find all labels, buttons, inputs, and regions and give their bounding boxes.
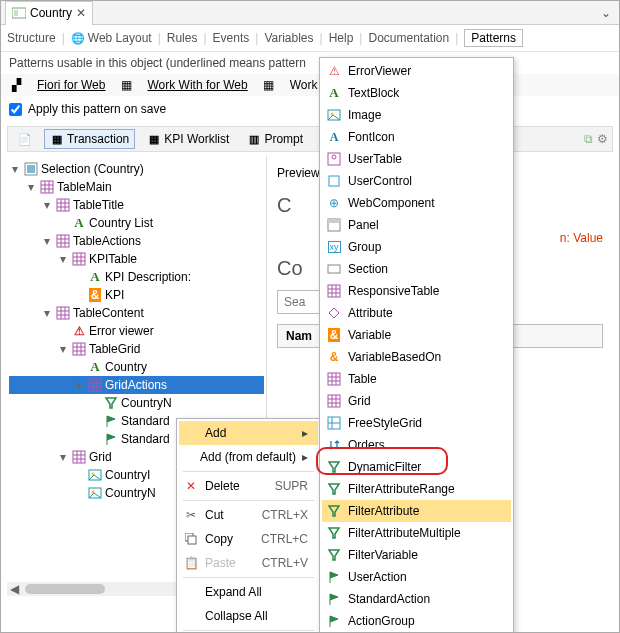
tree-twisty[interactable]: ▾ xyxy=(57,252,69,266)
tree-row-0[interactable]: ▾Selection (Country) xyxy=(9,160,264,178)
tree-twisty[interactable]: ▾ xyxy=(57,342,69,356)
tree-twisty[interactable]: ▾ xyxy=(57,450,69,464)
apply-pattern-row: Apply this pattern on save xyxy=(1,96,619,122)
ctx-add[interactable]: Add▸ xyxy=(179,421,318,445)
font-icon: A xyxy=(326,130,342,145)
subtab-events[interactable]: Events xyxy=(213,31,250,45)
submenu-filterattributemultiple[interactable]: FilterAttributeMultiple xyxy=(322,522,511,544)
subtab-rules[interactable]: Rules xyxy=(167,31,198,45)
submenu-errorviewer[interactable]: ⚠ErrorViewer xyxy=(322,60,511,82)
submenu-filtervariable[interactable]: FilterVariable xyxy=(322,544,511,566)
tree-label: CountryN xyxy=(105,486,156,500)
ctx-delete[interactable]: ✕DeleteSUPR xyxy=(179,474,318,498)
submenu-panel[interactable]: Panel xyxy=(322,214,511,236)
subtab-weblayout[interactable]: 🌐Web Layout xyxy=(71,31,152,45)
tb-transaction[interactable]: ▦Transaction xyxy=(44,129,135,149)
submenu-filterattributerange[interactable]: FilterAttributeRange xyxy=(322,478,511,500)
submenu-group[interactable]: xyGroup xyxy=(322,236,511,258)
submenu-label: Grid xyxy=(348,394,371,408)
tree-row-6[interactable]: AKPI Description: xyxy=(9,268,264,286)
subtab-patterns[interactable]: Patterns xyxy=(464,29,523,47)
link-fiori-for-web[interactable]: Fiori for Web xyxy=(37,78,105,92)
scroll-thumb[interactable] xyxy=(25,584,105,594)
tb-prompt[interactable]: ▥Prompt xyxy=(241,129,309,149)
tree-twisty[interactable]: ▾ xyxy=(41,306,53,320)
tree-row-1[interactable]: ▾TableMain xyxy=(9,178,264,196)
ctx-cut[interactable]: ✂CutCTRL+X xyxy=(179,503,318,527)
scroll-left-icon[interactable]: ◀ xyxy=(7,582,21,596)
submenu-grid[interactable]: Grid xyxy=(322,390,511,412)
submenu-variablebasedon[interactable]: &VariableBasedOn xyxy=(322,346,511,368)
submenu-filterattribute[interactable]: FilterAttribute xyxy=(322,500,511,522)
tree-row-10[interactable]: ▾TableGrid xyxy=(9,340,264,358)
link-work-with-for-web[interactable]: Work With for Web xyxy=(147,78,247,92)
submenu-usercontrol[interactable]: UserControl xyxy=(322,170,511,192)
submenu-orders[interactable]: Orders xyxy=(322,434,511,456)
submenu-textblock[interactable]: ATextBlock xyxy=(322,82,511,104)
add-icon[interactable]: ⧉ xyxy=(584,132,593,146)
tb-kpi-worklist[interactable]: ▦KPI Worklist xyxy=(141,129,235,149)
tree-row-8[interactable]: ▾TableContent xyxy=(9,304,264,322)
tree-row-5[interactable]: ▾KPITable xyxy=(9,250,264,268)
tree-label: TableMain xyxy=(57,180,112,194)
submenu-attribute[interactable]: Attribute xyxy=(322,302,511,324)
tree-twisty[interactable]: ▾ xyxy=(73,378,85,392)
tree-row-3[interactable]: ACountry List xyxy=(9,214,264,232)
subtab-variables[interactable]: Variables xyxy=(264,31,313,45)
ctx-expand-all[interactable]: Expand All xyxy=(179,580,318,604)
submenu-table[interactable]: Table xyxy=(322,368,511,390)
tree-row-11[interactable]: ACountry xyxy=(9,358,264,376)
chevron-right-icon: ▸ xyxy=(302,450,308,464)
submenu-section[interactable]: Section xyxy=(322,258,511,280)
tree-twisty[interactable]: ▾ xyxy=(25,180,37,194)
submenu-image[interactable]: Image xyxy=(322,104,511,126)
kpi-icon: ▦ xyxy=(147,132,161,146)
ctx-add-from-default-[interactable]: Add (from default)▸ xyxy=(179,445,318,469)
ctx-label: Cut xyxy=(205,508,224,522)
add-submenu[interactable]: ⚠ErrorViewerATextBlockImageAFontIconUser… xyxy=(319,57,514,633)
context-menu[interactable]: Add▸Add (from default)▸✕DeleteSUPR✂CutCT… xyxy=(176,418,321,633)
subtab-help[interactable]: Help xyxy=(329,31,354,45)
apply-pattern-checkbox[interactable] xyxy=(9,103,22,116)
tb-unknown-1[interactable]: 📄 xyxy=(12,129,38,149)
submenu-responsivetable[interactable]: ResponsiveTable xyxy=(322,280,511,302)
submenu-label: FreeStyleGrid xyxy=(348,416,422,430)
x-icon: ✕ xyxy=(183,479,199,493)
submenu-dynamicfilter[interactable]: DynamicFilter xyxy=(322,456,511,478)
web-icon: ⊕ xyxy=(326,196,342,210)
tree-row-9[interactable]: ⚠Error viewer xyxy=(9,322,264,340)
document-tab-country[interactable]: Country ✕ xyxy=(5,1,93,25)
close-tab-icon[interactable]: ✕ xyxy=(76,6,86,20)
tree-row-13[interactable]: CountryN xyxy=(9,394,264,412)
tree-row-4[interactable]: ▾TableActions xyxy=(9,232,264,250)
submenu-label: UserAction xyxy=(348,570,407,584)
tree-twisty[interactable]: ▾ xyxy=(41,198,53,212)
ctx-shortcut: CTRL+V xyxy=(262,556,308,570)
submenu-variable[interactable]: &Variable xyxy=(322,324,511,346)
submenu-label: UserControl xyxy=(348,174,412,188)
submenu-freestylegrid[interactable]: FreeStyleGrid xyxy=(322,412,511,434)
submenu-actiongroup[interactable]: ActionGroup xyxy=(322,610,511,632)
ctx-copy[interactable]: CopyCTRL+C xyxy=(179,527,318,551)
submenu-label: FilterAttributeMultiple xyxy=(348,526,461,540)
tree-twisty[interactable]: ▾ xyxy=(41,234,53,248)
ctx-collapse-all[interactable]: Collapse All xyxy=(179,604,318,628)
tree-row-2[interactable]: ▾TableTitle xyxy=(9,196,264,214)
submenu-useraction[interactable]: UserAction xyxy=(322,566,511,588)
subtab-structure[interactable]: Structure xyxy=(7,31,56,45)
gear-icon[interactable]: ⚙ xyxy=(597,132,608,146)
tree-row-7[interactable]: &KPI xyxy=(9,286,264,304)
chevron-down-icon[interactable]: ⌄ xyxy=(597,6,615,20)
doc-icon: 📄 xyxy=(18,132,32,146)
submenu-fonticon[interactable]: AFontIcon xyxy=(322,126,511,148)
submenu-usertable[interactable]: UserTable xyxy=(322,148,511,170)
submenu-webcomponent[interactable]: ⊕WebComponent xyxy=(322,192,511,214)
svg-rect-54 xyxy=(329,176,339,186)
tree-twisty[interactable]: ▾ xyxy=(9,162,21,176)
filter-icon xyxy=(326,482,342,496)
tree-label: Error viewer xyxy=(89,324,154,338)
submenu-standardaction[interactable]: StandardAction xyxy=(322,588,511,610)
tree-row-12[interactable]: ▾GridActions xyxy=(9,376,264,394)
err-icon: ⚠ xyxy=(326,64,342,78)
subtab-documentation[interactable]: Documentation xyxy=(368,31,449,45)
